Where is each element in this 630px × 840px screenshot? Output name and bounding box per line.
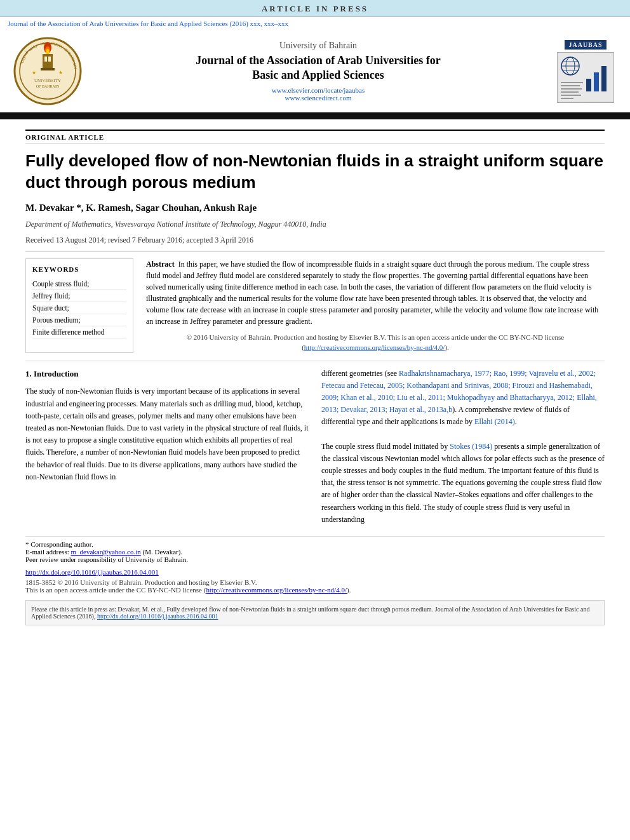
abstract-box: Abstract In this paper, we have studied …: [146, 258, 605, 353]
svg-rect-27: [561, 95, 581, 96]
svg-text:OF BAHRAIN: OF BAHRAIN: [36, 84, 60, 88]
authors-line: M. Devakar *, K. Ramesh, Sagar Chouhan, …: [25, 203, 605, 213]
ref-ellahi2014[interactable]: Ellahi (2014): [474, 417, 515, 426]
svg-rect-26: [561, 91, 579, 93]
footnote-corresponding: * Corresponding author.: [25, 540, 605, 548]
journal-link[interactable]: Journal of the Association of Arab Unive…: [8, 20, 288, 27]
black-divider-bar: [0, 114, 630, 119]
svg-rect-20: [586, 79, 591, 91]
received-line: Received 13 August 2014; revised 7 Febru…: [25, 236, 605, 245]
abstract-body: In this paper, we have studied the flow …: [146, 260, 598, 326]
keyword-2: Jeffrey fluid;: [32, 290, 126, 302]
doi-line: http://dx.doi.org/10.1016/j.jaaubas.2016…: [25, 568, 605, 576]
keywords-title: KEYWORDS: [32, 265, 126, 273]
abstract-copyright: © 2016 University of Bahrain. Production…: [146, 332, 605, 353]
ref-radhakrishnamacharya[interactable]: Radhakrishnamacharya, 1977; Rao, 1999; V…: [321, 369, 597, 415]
svg-rect-6: [41, 68, 55, 70]
intro-left-text: The study of non-Newtonian fluids is ver…: [25, 385, 309, 483]
svg-text:★: ★: [58, 70, 63, 76]
svg-text:★: ★: [32, 70, 36, 76]
svg-rect-5: [43, 54, 53, 69]
issn-text: 1815-3852 © 2016 University of Bahrain. …: [25, 578, 257, 586]
keyword-3: Square duct;: [32, 302, 126, 314]
keyword-5: Finite difference method: [32, 326, 126, 338]
sciencedirect-link[interactable]: www.sciencedirect.com: [89, 94, 547, 102]
jaaubas-badge: JAAUBAS: [565, 40, 606, 50]
footnote-peer-review: Peer review under responsibility of Univ…: [25, 556, 605, 563]
abstract-divider: [25, 251, 605, 252]
header-center: University of Bahrain Journal of the Ass…: [89, 41, 547, 102]
keyword-4: Porous medium;: [32, 314, 126, 326]
svg-rect-21: [594, 72, 599, 91]
keywords-list: Couple stress fluid; Jeffrey fluid; Squa…: [32, 278, 126, 338]
article-in-press-banner: ARTICLE IN PRESS: [0, 0, 630, 17]
article-type-label: ORIGINAL ARTICLE: [25, 130, 605, 144]
ref-stokes1984[interactable]: Stokes (1984): [450, 442, 492, 451]
journal-full-title: Journal of the Association of Arab Unive…: [89, 53, 547, 83]
svg-rect-22: [601, 66, 607, 91]
university-logo-left: UNIVERSITY OF BAHRAIN جامعة البحرين • UN…: [13, 36, 83, 106]
main-content: ORIGINAL ARTICLE Fully developed flow of…: [0, 119, 630, 636]
svg-rect-8: [48, 57, 51, 62]
abstract-keywords-row: KEYWORDS Couple stress fluid; Jeffrey fl…: [25, 258, 605, 353]
svg-point-4: [46, 49, 50, 54]
svg-rect-24: [561, 85, 580, 86]
keywords-box: KEYWORDS Couple stress fluid; Jeffrey fl…: [25, 258, 133, 353]
abstract-label: Abstract: [146, 260, 175, 269]
intro-section-title: 1. Introduction: [25, 368, 309, 381]
elsevier-link[interactable]: www.elsevier.com/locate/jaaubas: [89, 86, 547, 94]
keyword-1: Couple stress fluid;: [32, 278, 126, 290]
authors-text: M. Devakar *, K. Ramesh, Sagar Chouhan, …: [25, 203, 257, 213]
svg-rect-23: [561, 82, 583, 83]
intro-right-para1: different geometries (see Radhakrishnama…: [321, 368, 605, 429]
svg-text:UNIVERSITY: UNIVERSITY: [34, 78, 61, 83]
abstract-text: Abstract In this paper, we have studied …: [146, 258, 605, 327]
doi-link[interactable]: http://dx.doi.org/10.1016/j.jaaubas.2016…: [25, 568, 159, 576]
intro-divider: [25, 361, 605, 361]
banner-text: ARTICLE IN PRESS: [262, 4, 368, 13]
header-logo-right: JAAUBAS: [554, 36, 617, 106]
oa-license-link[interactable]: http://creativecommons.org/licenses/by-n…: [206, 586, 347, 594]
svg-rect-7: [44, 57, 47, 62]
journal-link-bar: Journal of the Association of Arab Unive…: [0, 17, 630, 30]
affiliation: Department of Mathematics, Visvesvaraya …: [25, 220, 605, 229]
header-section: UNIVERSITY OF BAHRAIN جامعة البحرين • UN…: [0, 30, 630, 114]
footnote-email: E-mail address: m_devakar@yahoo.co.in (M…: [25, 548, 605, 556]
citation-box: Please cite this article in press as: De…: [25, 600, 605, 625]
intro-col-left: 1. Introduction The study of non-Newtoni…: [25, 368, 309, 526]
journal-links: www.elsevier.com/locate/jaaubas www.scie…: [89, 86, 547, 102]
intro-col-right: different geometries (see Radhakrishnama…: [321, 368, 605, 526]
footnote-section: * Corresponding author. E-mail address: …: [25, 536, 605, 563]
svg-rect-28: [561, 98, 573, 99]
svg-rect-25: [561, 88, 582, 90]
cc-license-link[interactable]: http://creativecommons.org/licenses/by-n…: [304, 343, 445, 351]
email-link[interactable]: m_devakar@yahoo.co.in: [70, 548, 140, 556]
paper-title: Fully developed flow of non-Newtonian fl…: [25, 150, 605, 194]
jaaubas-logo-image: [557, 52, 614, 103]
university-name: University of Bahrain: [89, 41, 547, 51]
intro-right-para2: The couple stress fluid model initiated …: [321, 441, 605, 526]
bottom-copyright: 1815-3852 © 2016 University of Bahrain. …: [25, 578, 605, 594]
two-column-section: 1. Introduction The study of non-Newtoni…: [25, 368, 605, 526]
cite-doi-link[interactable]: http://dx.doi.org/10.1016/j.jaaubas.2016…: [97, 613, 218, 620]
